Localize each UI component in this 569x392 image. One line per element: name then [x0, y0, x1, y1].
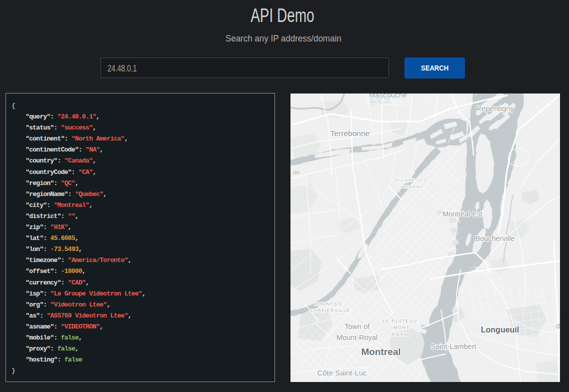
svg-text:Mascouche: Mascouche: [369, 94, 408, 99]
svg-text:Mount-Royal: Mount-Royal: [336, 334, 378, 342]
svg-text:on: on: [292, 168, 300, 176]
svg-text:RIVIÈRE-DES-: RIVIÈRE-DES-: [396, 178, 428, 182]
svg-text:Town of: Town of: [344, 322, 370, 330]
svg-text:Terrebonne: Terrebonne: [330, 129, 370, 138]
svg-text:PRAIRIES: PRAIRIES: [403, 184, 423, 189]
svg-text:Saint-Lambert: Saint-Lambert: [430, 342, 476, 350]
svg-text:AHUNTSIC-: AHUNTSIC-: [314, 301, 346, 306]
svg-text:Boucherville: Boucherville: [476, 234, 515, 242]
svg-text:Longueuil: Longueuil: [481, 326, 519, 334]
svg-text:LE PLATEAU-: LE PLATEAU-: [382, 318, 419, 324]
svg-text:Repentigny: Repentigny: [476, 104, 514, 112]
svg-text:CARTIERVILLE: CARTIERVILLE: [310, 308, 350, 313]
svg-text:Côte Saint-Luc: Côte Saint-Luc: [317, 368, 367, 377]
svg-text:Montreal: Montreal: [361, 346, 400, 357]
svg-text:S: S: [559, 313, 560, 321]
svg-text:MONT-: MONT-: [394, 324, 412, 330]
svg-text:ROYAL: ROYAL: [392, 332, 410, 337]
svg-text:de: de: [556, 322, 560, 330]
svg-text:Montréal-Est: Montréal-Est: [442, 210, 482, 218]
